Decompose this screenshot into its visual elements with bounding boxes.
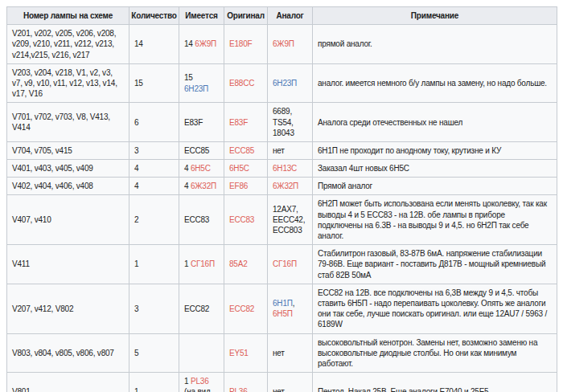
analog-cell: 6Ж9П [268, 25, 313, 64]
cell-text: 4 [184, 164, 191, 173]
table-row: V207, v412, V8023ECC82ECC826Н1П, 6Н5ПЕСС… [7, 284, 557, 333]
quantity-cell: 3 [129, 284, 179, 333]
available-cell: 14 6Ж9П [179, 25, 224, 64]
cell-text: , [293, 299, 295, 308]
red-wiki-link[interactable]: 6Н5С [191, 164, 211, 173]
quantity-cell: 5 [129, 333, 179, 373]
quantity-cell: 4 [129, 160, 179, 178]
header-original: Оригинал [224, 7, 268, 25]
cell-text: 1 [184, 377, 191, 386]
red-wiki-link[interactable]: E88CC [229, 79, 254, 88]
header-note: Примечание [313, 7, 557, 25]
available-cell: 4 6Ж32П [179, 178, 224, 195]
cell-text: нет [273, 387, 285, 392]
cell-text: нет [273, 146, 285, 155]
original-cell: 85A2 [224, 245, 268, 284]
available-cell: ECC82 [179, 284, 224, 333]
available-cell: 4 6Н5С [179, 160, 224, 178]
cell-text: (на вид новый) [184, 387, 211, 392]
cell-text: V402, v404, v406, v408 [12, 182, 93, 190]
table-row: V41111 СГ16П85A2СГ16ПСтабилитрон газовый… [7, 245, 557, 284]
red-wiki-link[interactable]: 6Н5П [273, 309, 293, 318]
red-wiki-link[interactable]: PL36 [191, 377, 209, 386]
red-wiki-link[interactable]: 6Ж32П [191, 182, 216, 190]
red-wiki-link[interactable]: 6Н13С [273, 164, 297, 173]
lamp-numbers-cell: V201, v202, v205, v206, v208, v209, v210… [7, 25, 129, 64]
cell-text: V801 [12, 387, 31, 392]
cell-text: 14 [184, 39, 195, 48]
analog-cell: 6Н13С [268, 160, 313, 178]
red-wiki-link[interactable]: PL36 [229, 387, 248, 392]
cell-text: Стабилитрон газовый, 83-87В 6мА. напряже… [318, 249, 545, 279]
analog-cell: 6Н23П [268, 63, 313, 103]
cell-text: 4 [184, 182, 191, 190]
cell-text: V803, v804, v805, v806, v807 [12, 349, 114, 357]
red-wiki-link[interactable]: EY51 [229, 349, 249, 357]
available-cell: ECC83 [179, 195, 224, 245]
header-lamp-number: Номер лампы на схеме [7, 7, 129, 25]
table-row: V704, v705, v4153ECC85ECC85нет6Н1П не пр… [7, 141, 557, 159]
table-row: V201, v202, v205, v206, v208, v209, v210… [7, 25, 557, 64]
note-cell: Пентод. Накал 25В. Еще аналоги E7040 и 2… [313, 373, 557, 392]
original-cell: 6Н5С [224, 160, 268, 178]
red-wiki-link[interactable]: ECC82 [229, 304, 254, 313]
note-cell: прямой аналог. [313, 25, 557, 64]
cell-text: V401, v403, v405, v409 [12, 164, 93, 173]
blue-wiki-link[interactable]: 6Н23П [184, 84, 208, 93]
red-wiki-link[interactable]: 6Ж9П [195, 39, 216, 48]
blue-wiki-link[interactable]: 6Н23П [273, 79, 297, 88]
red-wiki-link[interactable]: 6Ж9П [273, 39, 294, 48]
available-cell: E83F [179, 103, 224, 142]
cell-text: ECC83 [184, 215, 209, 224]
page: Номер лампы на схеме Количество Имеется … [0, 0, 563, 392]
cell-text: аналог. имеется немного б/у лампы на зам… [318, 79, 547, 88]
note-cell: Аналога среди отечественных не нашел [313, 103, 557, 142]
lamp-numbers-cell: V402, v404, v406, v408 [7, 178, 129, 195]
lamp-numbers-cell: V411 [7, 245, 129, 284]
cell-text: ECC85 [184, 146, 209, 155]
original-cell: ECC83 [224, 195, 268, 245]
cell-text: Прямой аналог [318, 182, 372, 190]
quantity-cell: 3 [129, 141, 179, 159]
original-cell: EY51 [224, 333, 268, 373]
lamp-numbers-cell: V401, v403, v405, v409 [7, 160, 129, 178]
red-wiki-link[interactable]: ECC83 [229, 215, 254, 224]
cell-text: нет [273, 349, 285, 357]
note-cell: Стабилитрон газовый, 83-87В 6мА. напряже… [313, 245, 557, 284]
cell-text: 2 [134, 215, 138, 224]
tube-replacement-table: Номер лампы на схеме Количество Имеется … [6, 6, 557, 392]
original-cell: ECC82 [224, 284, 268, 333]
cell-text: 14 [134, 39, 143, 48]
red-wiki-link[interactable]: E83F [229, 118, 248, 127]
cell-text: V201, v202, v205, v206, v208, v209, v210… [12, 29, 116, 59]
analog-cell: 6Ж32П [268, 178, 313, 195]
red-wiki-link[interactable]: 6Ж32П [273, 182, 298, 190]
lamp-numbers-cell: V203, v204, v218, V1, v2, v3, v7, v9, v1… [7, 63, 129, 103]
blue-wiki-link[interactable]: 6Н1П [273, 299, 293, 308]
available-cell [179, 333, 224, 373]
red-wiki-link[interactable]: E180F [229, 39, 252, 48]
available-cell: ECC85 [179, 141, 224, 159]
cell-text: Пентод. Накал 25В. Еще аналоги E7040 и 2… [318, 387, 488, 392]
note-cell: аналог. имеется немного б/у лампы на зам… [313, 63, 557, 103]
red-wiki-link[interactable]: СГ16П [191, 259, 215, 268]
cell-text: 1 [134, 387, 138, 392]
analog-cell: нет [268, 141, 313, 159]
analog-cell: 12AX7, EECC42, ECC803 [268, 195, 313, 245]
red-wiki-link[interactable]: ECC85 [229, 146, 254, 155]
red-wiki-link[interactable]: СГ16П [273, 259, 297, 268]
lamp-numbers-cell: V704, v705, v415 [7, 141, 129, 159]
header-quantity: Количество [129, 7, 179, 25]
cell-text: 4 [134, 164, 138, 173]
header-analog: Аналог [268, 7, 313, 25]
note-cell: Заказал 4шт новых 6Н5С [313, 160, 557, 178]
cell-text: ECC82 [184, 304, 209, 313]
cell-text: Заказал 4шт новых 6Н5С [318, 164, 409, 173]
red-wiki-link[interactable]: EF86 [229, 182, 248, 190]
red-wiki-link[interactable]: 85A2 [229, 259, 248, 268]
table-row: V701, v702, v703, V8, V413, V4146E83FE83… [7, 103, 557, 142]
table-row: V80111 PL36 (на вид новый)PL36нетПентод.… [7, 373, 557, 392]
red-wiki-link[interactable]: 6Н5С [229, 164, 249, 173]
cell-text: 5 [134, 349, 138, 357]
cell-text: 15 [134, 79, 143, 88]
